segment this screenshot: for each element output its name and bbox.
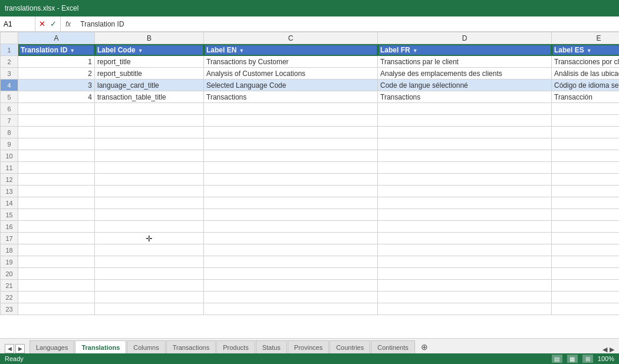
header-cell-E[interactable]: Label ES▼ (552, 44, 620, 56)
cell-9-A[interactable] (18, 138, 95, 150)
cell-22-C[interactable] (204, 292, 378, 303)
cell-8-E[interactable] (552, 127, 620, 138)
cell-17-B[interactable]: ✛ (95, 233, 204, 244)
cell-3-C[interactable]: Analysis of Customer Locations (204, 68, 378, 80)
cell-reference[interactable]: A1 (0, 16, 35, 31)
cell-13-C[interactable] (204, 186, 378, 197)
cell-18-D[interactable] (378, 244, 552, 256)
cell-21-E[interactable] (552, 280, 620, 292)
cell-6-E[interactable] (552, 103, 620, 115)
page-layout-btn[interactable]: ▦ (567, 355, 578, 363)
cell-4-D[interactable]: Code de langue sélectionné (378, 80, 552, 91)
cell-12-A[interactable] (18, 174, 95, 186)
cell-11-B[interactable] (95, 162, 204, 174)
cell-5-D[interactable]: Transactions (378, 91, 552, 103)
cell-3-A[interactable]: 2 (18, 68, 95, 80)
page-break-btn[interactable]: ⊞ (582, 355, 593, 363)
header-cell-B[interactable]: Label Code▼ (95, 44, 204, 56)
cell-7-C[interactable] (204, 115, 378, 127)
normal-view-btn[interactable]: ▤ (552, 355, 562, 363)
cell-18-C[interactable] (204, 244, 378, 256)
cell-9-B[interactable] (95, 138, 204, 150)
cell-10-A[interactable] (18, 150, 95, 162)
cell-14-C[interactable] (204, 197, 378, 209)
cell-21-A[interactable] (18, 280, 95, 292)
cell-5-B[interactable]: transaction_table_title (95, 91, 204, 103)
cell-23-D[interactable] (378, 303, 552, 315)
cell-14-B[interactable] (95, 197, 204, 209)
cell-19-E[interactable] (552, 256, 620, 268)
col-header-B[interactable]: B (95, 32, 204, 44)
tab-languages[interactable]: Languages (29, 340, 74, 353)
cell-5-A[interactable]: 4 (18, 91, 95, 103)
cell-22-B[interactable] (95, 292, 204, 303)
cell-2-A[interactable]: 1 (18, 56, 95, 68)
header-cell-D[interactable]: Label FR▼ (378, 44, 552, 56)
cell-10-D[interactable] (378, 150, 552, 162)
cell-19-B[interactable] (95, 256, 204, 268)
cell-4-C[interactable]: Selected Language Code (204, 80, 378, 91)
add-sheet-button[interactable]: ⊕ (418, 340, 431, 353)
cell-20-E[interactable] (552, 268, 620, 280)
header-cell-A[interactable]: Translation ID▼ (18, 44, 95, 56)
col-header-E[interactable]: E (552, 32, 620, 44)
cell-9-C[interactable] (204, 138, 378, 150)
cell-17-D[interactable] (378, 233, 552, 244)
cell-19-C[interactable] (204, 256, 378, 268)
cell-15-D[interactable] (378, 209, 552, 221)
cell-16-B[interactable] (95, 221, 204, 233)
cell-2-C[interactable]: Transactions by Customer (204, 56, 378, 68)
cell-4-E[interactable]: Código de idioma seleccionado (552, 80, 620, 91)
cell-21-D[interactable] (378, 280, 552, 292)
cell-3-D[interactable]: Analyse des emplacements des clients (378, 68, 552, 80)
cell-18-A[interactable] (18, 244, 95, 256)
cell-23-A[interactable] (18, 303, 95, 315)
cell-3-E[interactable]: Análisis de las ubicaciones (552, 68, 620, 80)
cell-6-B[interactable] (95, 103, 204, 115)
cell-14-E[interactable] (552, 197, 620, 209)
cell-13-B[interactable] (95, 186, 204, 197)
cell-7-B[interactable] (95, 115, 204, 127)
cell-8-A[interactable] (18, 127, 95, 138)
cell-10-E[interactable] (552, 150, 620, 162)
cell-17-E[interactable] (552, 233, 620, 244)
cell-6-D[interactable] (378, 103, 552, 115)
cell-23-C[interactable] (204, 303, 378, 315)
cell-21-C[interactable] (204, 280, 378, 292)
cell-15-E[interactable] (552, 209, 620, 221)
cell-9-D[interactable] (378, 138, 552, 150)
tab-transactions[interactable]: Transactions (166, 340, 216, 353)
cell-12-B[interactable] (95, 174, 204, 186)
cell-13-A[interactable] (18, 186, 95, 197)
cell-15-C[interactable] (204, 209, 378, 221)
cell-11-D[interactable] (378, 162, 552, 174)
cell-16-E[interactable] (552, 221, 620, 233)
cancel-icon[interactable]: ✕ (38, 19, 47, 28)
cell-15-A[interactable] (18, 209, 95, 221)
tab-provinces[interactable]: Provinces (288, 340, 329, 353)
tab-nav-left[interactable]: ◀ (5, 344, 14, 353)
tab-products[interactable]: Products (216, 340, 255, 353)
cell-2-B[interactable]: report_title (95, 56, 204, 68)
cell-6-A[interactable] (18, 103, 95, 115)
scroll-left-btn[interactable]: ◀ (602, 346, 607, 353)
cell-22-A[interactable] (18, 292, 95, 303)
cell-11-E[interactable] (552, 162, 620, 174)
cell-19-D[interactable] (378, 256, 552, 268)
cell-12-D[interactable] (378, 174, 552, 186)
cell-22-D[interactable] (378, 292, 552, 303)
tab-columns[interactable]: Columns (127, 340, 165, 353)
cell-6-C[interactable] (204, 103, 378, 115)
cell-23-B[interactable] (95, 303, 204, 315)
cell-13-D[interactable] (378, 186, 552, 197)
cell-8-C[interactable] (204, 127, 378, 138)
cell-18-E[interactable] (552, 244, 620, 256)
cell-12-E[interactable] (552, 174, 620, 186)
cell-20-A[interactable] (18, 268, 95, 280)
cell-3-B[interactable]: report_subtitle (95, 68, 204, 80)
col-header-C[interactable]: C (204, 32, 378, 44)
cell-10-C[interactable] (204, 150, 378, 162)
header-cell-C[interactable]: Label EN▼ (204, 44, 378, 56)
cell-14-D[interactable] (378, 197, 552, 209)
cell-4-B[interactable]: language_card_title (95, 80, 204, 91)
